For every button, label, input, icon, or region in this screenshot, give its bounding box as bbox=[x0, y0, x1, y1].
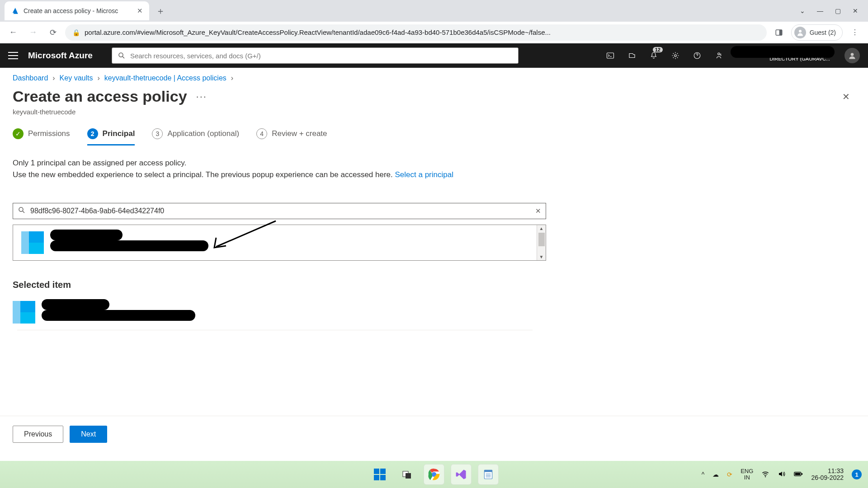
scrollbar[interactable]: ▲ ▼ bbox=[537, 225, 546, 260]
svg-line-11 bbox=[23, 211, 24, 213]
clock[interactable]: 11:33 26-09-2022 bbox=[811, 468, 844, 482]
account-avatar[interactable] bbox=[844, 48, 860, 63]
task-view-icon[interactable] bbox=[396, 464, 417, 485]
step-label: Review + create bbox=[272, 129, 327, 138]
step-principal[interactable]: 2 Principal bbox=[87, 124, 135, 145]
clear-search-icon[interactable]: ✕ bbox=[535, 207, 541, 215]
search-icon bbox=[18, 206, 26, 216]
cloud-shell-icon[interactable] bbox=[605, 50, 616, 61]
info-text: Only 1 principal can be assigned per acc… bbox=[13, 157, 855, 180]
svg-line-4 bbox=[123, 56, 124, 58]
wizard-steps: ✓ Permissions 2 Principal 3 Application … bbox=[0, 124, 868, 145]
page-header: Create an access policy ··· ✕ bbox=[0, 86, 868, 108]
new-tab-button[interactable]: ＋ bbox=[153, 3, 168, 19]
browser-tab[interactable]: Create an access policy - Microsc ✕ bbox=[5, 1, 149, 20]
window-maximize[interactable]: ▢ bbox=[835, 7, 841, 14]
chrome-taskbar-icon[interactable] bbox=[424, 464, 444, 485]
volume-icon[interactable] bbox=[778, 470, 786, 479]
close-blade-icon[interactable]: ✕ bbox=[842, 91, 855, 102]
window-minimize[interactable]: — bbox=[817, 7, 823, 14]
windows-taskbar: ^ ☁ ⟳ ENG IN 11:33 26-09-2022 1 bbox=[0, 461, 868, 488]
svg-rect-25 bbox=[795, 473, 801, 475]
next-button[interactable]: Next bbox=[70, 426, 107, 443]
url-text: portal.azure.com/#view/Microsoft_Azure_K… bbox=[85, 28, 760, 36]
scroll-up-icon[interactable]: ▲ bbox=[539, 225, 544, 232]
visual-studio-icon[interactable] bbox=[451, 464, 472, 485]
window-close[interactable]: ✕ bbox=[853, 7, 858, 14]
breadcrumb: Dashboard › Key vaults › keyvault-thetru… bbox=[0, 68, 868, 86]
selected-item[interactable] bbox=[13, 301, 546, 324]
svg-point-22 bbox=[765, 476, 766, 477]
app-tile-icon bbox=[13, 301, 35, 324]
language-indicator[interactable]: ENG IN bbox=[741, 468, 753, 481]
step-number: 3 bbox=[152, 128, 163, 139]
directories-icon[interactable] bbox=[627, 50, 637, 61]
breadcrumb-keyvaults[interactable]: Key vaults bbox=[60, 74, 93, 82]
step-review[interactable]: 4 Review + create bbox=[256, 124, 327, 145]
azure-favicon bbox=[11, 7, 19, 15]
lock-icon: 🔒 bbox=[72, 29, 80, 36]
step-label: Principal bbox=[103, 129, 135, 138]
step-label: Permissions bbox=[28, 129, 70, 138]
azure-search[interactable] bbox=[112, 47, 519, 64]
info-line2: Use the new embedded experience to selec… bbox=[13, 170, 395, 179]
battery-icon[interactable] bbox=[794, 471, 803, 479]
svg-point-8 bbox=[718, 53, 720, 55]
principal-search[interactable]: ✕ bbox=[13, 203, 546, 219]
azure-logo[interactable]: Microsoft Azure bbox=[28, 51, 93, 61]
select-principal-link[interactable]: Select a principal bbox=[395, 170, 453, 179]
svg-rect-24 bbox=[802, 473, 803, 474]
scroll-thumb[interactable] bbox=[538, 233, 545, 246]
notification-center-badge[interactable]: 1 bbox=[852, 469, 862, 479]
feedback-icon[interactable] bbox=[713, 50, 724, 61]
start-button[interactable] bbox=[369, 464, 390, 485]
app-tile-icon bbox=[21, 231, 44, 254]
breadcrumb-access-policies[interactable]: keyvault-thetruecode | Access policies bbox=[104, 74, 226, 82]
notif-badge: 12 bbox=[653, 47, 663, 52]
svg-rect-14 bbox=[406, 473, 411, 479]
search-icon bbox=[118, 52, 126, 60]
page-title: Create an access policy bbox=[13, 88, 187, 105]
step-number: 2 bbox=[87, 128, 98, 139]
address-bar[interactable]: 🔒 portal.azure.com/#view/Microsoft_Azure… bbox=[65, 24, 767, 41]
step-label: Application (optional) bbox=[167, 129, 239, 138]
azure-search-input[interactable] bbox=[130, 52, 513, 60]
svg-point-6 bbox=[675, 55, 677, 57]
step-permissions[interactable]: ✓ Permissions bbox=[13, 124, 70, 145]
breadcrumb-dashboard[interactable]: Dashboard bbox=[13, 74, 48, 82]
side-panel-icon[interactable] bbox=[771, 25, 787, 40]
svg-point-10 bbox=[19, 207, 23, 211]
updates-icon[interactable]: ⟳ bbox=[727, 471, 732, 478]
chrome-menu-icon[interactable]: ⋮ bbox=[847, 25, 863, 40]
user-account[interactable]: DIRECTORY (GAURAVC... bbox=[735, 49, 830, 62]
azure-top-bar: Microsoft Azure 12 DIRECTORY (GAURAVC.. bbox=[0, 43, 868, 68]
onedrive-icon[interactable]: ☁ bbox=[712, 471, 719, 478]
hamburger-icon[interactable] bbox=[8, 52, 18, 59]
scroll-down-icon[interactable]: ▼ bbox=[539, 253, 544, 260]
settings-icon[interactable] bbox=[670, 50, 681, 61]
reload-button[interactable]: ⟳ bbox=[45, 25, 61, 40]
svg-point-3 bbox=[119, 53, 123, 57]
svg-rect-18 bbox=[484, 470, 492, 472]
principal-search-input[interactable] bbox=[30, 207, 531, 215]
wifi-icon[interactable] bbox=[761, 470, 769, 479]
selected-item-heading: Selected item bbox=[13, 280, 546, 290]
profile-chip[interactable]: Guest (2) bbox=[791, 24, 843, 41]
tray-chevron-icon[interactable]: ^ bbox=[702, 471, 705, 478]
help-icon[interactable] bbox=[692, 50, 703, 61]
svg-point-2 bbox=[799, 30, 802, 33]
forward-button[interactable]: → bbox=[25, 25, 41, 40]
notifications-icon[interactable]: 12 bbox=[648, 50, 659, 61]
guest-label: Guest (2) bbox=[810, 29, 836, 36]
more-actions-icon[interactable]: ··· bbox=[196, 91, 207, 103]
chevron-down-icon[interactable]: ⌄ bbox=[800, 7, 805, 14]
svg-point-9 bbox=[851, 53, 854, 56]
step-application[interactable]: 3 Application (optional) bbox=[152, 124, 239, 145]
previous-button[interactable]: Previous bbox=[13, 426, 63, 443]
browser-tab-strip: Create an access policy - Microsc ✕ ＋ ⌄ … bbox=[0, 0, 868, 22]
search-result-item[interactable] bbox=[13, 225, 537, 260]
tab-close-icon[interactable]: ✕ bbox=[137, 7, 143, 15]
notepad-icon[interactable] bbox=[478, 464, 499, 485]
browser-toolbar: ← → ⟳ 🔒 portal.azure.com/#view/Microsoft… bbox=[0, 22, 868, 43]
back-button[interactable]: ← bbox=[5, 25, 21, 40]
